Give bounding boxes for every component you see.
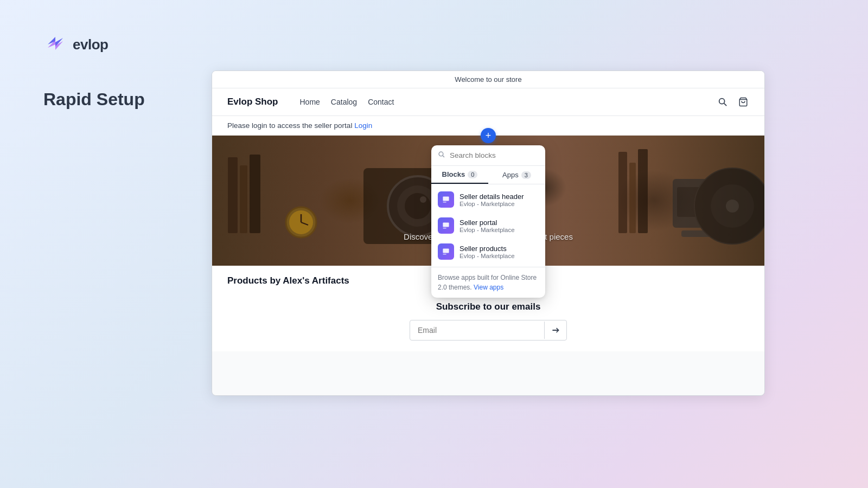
search-icon [718, 97, 727, 107]
page-title: Rapid Setup [43, 89, 157, 110]
subscribe-section: Subscribe to our emails [212, 292, 764, 351]
search-button[interactable] [717, 96, 729, 108]
blocks-count-badge: 0 [468, 171, 477, 178]
store-nav: Evlop Shop Home Catalog Contact [212, 88, 764, 116]
seller-portal-icon [438, 217, 454, 234]
search-icon [438, 151, 445, 160]
svg-line-3 [724, 104, 727, 106]
cart-icon [738, 97, 748, 107]
svg-point-2 [719, 99, 725, 104]
dropdown-items: Seller details header Evlop - Marketplac… [431, 184, 545, 267]
svg-point-25 [726, 200, 739, 213]
nav-home[interactable]: Home [300, 98, 320, 106]
arrow-right-icon [551, 326, 560, 335]
nav-catalog[interactable]: Catalog [331, 98, 357, 106]
evlop-logo-icon [43, 33, 67, 56]
block-item-seller-products[interactable]: Seller products Evlop - Marketplace [431, 239, 545, 265]
svg-point-15 [405, 193, 431, 219]
svg-rect-33 [443, 254, 446, 255]
store-brand: Evlop Shop [227, 97, 278, 107]
view-apps-link[interactable]: View apps [474, 284, 503, 291]
svg-point-16 [420, 196, 426, 203]
svg-rect-18 [629, 163, 636, 233]
block-item-seller-portal-text: Seller portal Evlop - Marketplace [459, 219, 515, 233]
nav-contact[interactable]: Contact [368, 98, 394, 106]
svg-rect-7 [250, 155, 260, 233]
cart-button[interactable] [737, 96, 749, 108]
apps-count-badge: 3 [521, 171, 531, 179]
seller-products-icon [438, 243, 454, 260]
logo-text: evlop [73, 36, 108, 53]
search-blocks-input[interactable] [450, 151, 539, 159]
tabs-row: Blocks 0 Apps 3 [431, 166, 545, 184]
tab-apps[interactable]: Apps 3 [488, 166, 545, 184]
svg-rect-30 [443, 222, 449, 227]
block-item-seller-portal[interactable]: Seller portal Evlop - Marketplace [431, 213, 545, 239]
svg-rect-19 [638, 149, 648, 233]
email-input[interactable] [410, 320, 544, 340]
block-item-seller-details-text: Seller details header Evlop - Marketplac… [459, 192, 524, 207]
svg-rect-31 [443, 228, 446, 229]
email-form [410, 320, 567, 341]
svg-rect-29 [443, 202, 446, 203]
dropdown-footer: Browse apps built for Online Store 2.0 t… [431, 267, 545, 298]
logo-area: evlop [43, 33, 157, 56]
nav-icons [717, 96, 749, 108]
block-item-seller-products-text: Seller products Evlop - Marketplace [459, 245, 515, 259]
add-block-button[interactable]: + [481, 128, 496, 143]
svg-rect-6 [240, 165, 247, 233]
svg-rect-28 [443, 196, 449, 201]
login-link[interactable]: Login [354, 121, 372, 130]
svg-line-27 [443, 156, 444, 157]
sidebar: evlop Rapid Setup [0, 0, 201, 488]
search-input-row [431, 145, 545, 166]
store-banner: Welcome to our store [212, 71, 764, 88]
subscribe-title: Subscribe to our emails [227, 301, 749, 312]
email-submit-button[interactable] [544, 322, 566, 339]
seller-details-icon [438, 191, 454, 208]
block-search-dropdown: Blocks 0 Apps 3 Seller details header Ev [431, 145, 545, 298]
svg-rect-32 [443, 248, 449, 253]
hero-wrapper: Discover a treasure tro... and unique ar… [212, 136, 764, 266]
svg-rect-5 [228, 157, 238, 233]
svg-rect-17 [618, 152, 627, 233]
tab-blocks[interactable]: Blocks 0 [431, 166, 488, 184]
browser-frame: Welcome to our store Evlop Shop Home Cat… [212, 70, 765, 396]
block-item-seller-details[interactable]: Seller details header Evlop - Marketplac… [431, 187, 545, 213]
svg-point-26 [439, 152, 443, 156]
nav-links: Home Catalog Contact [300, 98, 394, 106]
